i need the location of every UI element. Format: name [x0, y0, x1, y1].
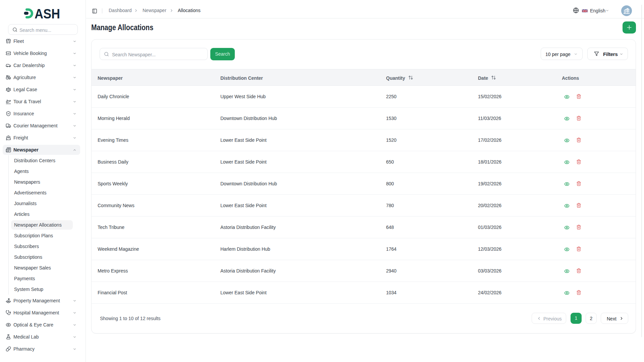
svg-text:ASH: ASH: [35, 7, 60, 20]
